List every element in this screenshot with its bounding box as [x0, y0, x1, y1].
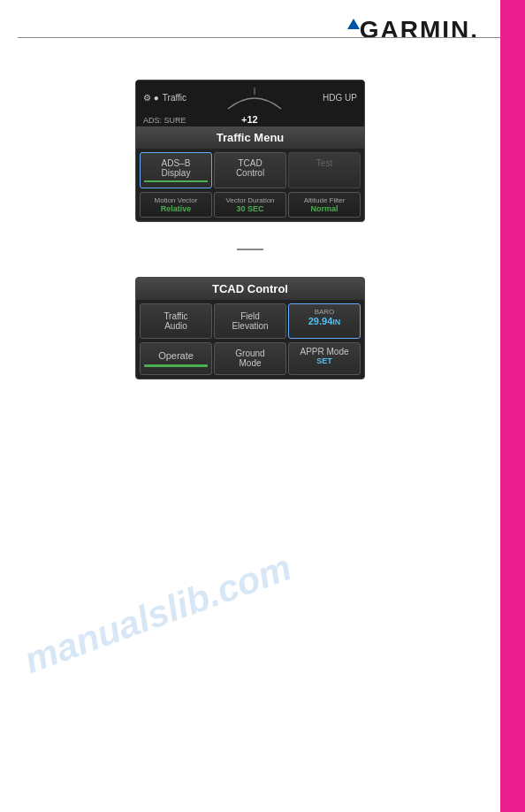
- bearing-value: +12: [241, 114, 258, 125]
- tcad-control-button[interactable]: TCADControl: [214, 152, 286, 188]
- panel-divider: [237, 249, 263, 250]
- traffic-menu-title: Traffic Menu: [136, 126, 364, 149]
- traffic-audio-label: TrafficAudio: [144, 311, 208, 331]
- traffic-audio-button[interactable]: TrafficAudio: [140, 303, 212, 339]
- baro-button[interactable]: BARO 29.94IN: [288, 303, 361, 339]
- header-divider: [18, 37, 500, 38]
- altitude-filter-value: Normal: [291, 204, 358, 213]
- test-label: Test: [293, 158, 356, 168]
- ads-b-display-button[interactable]: ADS–BDisplay: [140, 152, 212, 188]
- traffic-header-bar: ⚙ ● Traffic HDG UP: [136, 80, 364, 114]
- motion-row: Motion Vector Relative Vector Duration 3…: [136, 192, 364, 221]
- field-elevation-label: FieldElevation: [218, 311, 282, 331]
- traffic-label: ⚙ ● Traffic: [143, 93, 186, 103]
- operate-button[interactable]: Operate: [140, 342, 212, 375]
- brand-name: GARMIN: [360, 16, 471, 44]
- compass-arc-icon: [219, 86, 290, 111]
- appr-mode-label: APPR Mode: [293, 347, 356, 356]
- ads-b-label: ADS–BDisplay: [144, 158, 208, 178]
- altitude-filter-label: Altitude Filter: [291, 196, 358, 204]
- tcad-control-title: TCAD Control: [136, 278, 364, 300]
- test-button[interactable]: Test: [288, 152, 361, 188]
- header: GARMIN.: [0, 16, 500, 44]
- altitude-filter-item: Altitude Filter Normal: [288, 192, 361, 218]
- operate-active-indicator: [144, 364, 208, 367]
- motion-vector-item: Motion Vector Relative: [140, 192, 212, 218]
- hdg-up-label: HDG UP: [323, 93, 357, 103]
- sidebar-pink: [500, 0, 525, 812]
- traffic-icon: ⚙ ●: [143, 93, 159, 103]
- appr-mode-button[interactable]: APPR Mode SET: [288, 342, 361, 375]
- field-elevation-button[interactable]: FieldElevation: [214, 303, 286, 339]
- garmin-logo: GARMIN.: [346, 16, 479, 44]
- ads-label: ADS: SURE: [143, 116, 186, 125]
- appr-set-label: SET: [293, 356, 356, 365]
- main-content: ⚙ ● Traffic HDG UP ADS: SURE +12 Traffic…: [0, 53, 500, 812]
- baro-value: 29.94IN: [293, 316, 356, 326]
- brand-dot: .: [470, 16, 479, 44]
- motion-vector-label: Motion Vector: [142, 196, 209, 204]
- tcad-control-label: TCADControl: [218, 158, 282, 178]
- garmin-triangle-icon: [347, 19, 360, 29]
- traffic-header-text: Traffic: [163, 93, 186, 103]
- ground-mode-button[interactable]: GroundMode: [214, 342, 286, 375]
- baro-unit: IN: [332, 318, 340, 326]
- tcad-row-1: TrafficAudio FieldElevation BARO 29.94IN: [136, 300, 364, 341]
- vector-duration-item: Vector Duration 30 SEC: [214, 192, 286, 218]
- vector-duration-value: 30 SEC: [217, 204, 284, 213]
- ads-b-active-indicator: [144, 180, 208, 182]
- baro-label: BARO: [293, 308, 356, 316]
- operate-label: Operate: [144, 350, 208, 361]
- tcad-control-panel: TCAD Control TrafficAudio FieldElevation…: [135, 277, 365, 379]
- ground-mode-label: GroundMode: [218, 349, 282, 368]
- traffic-menu-buttons: ADS–BDisplay TCADControl Test: [136, 149, 364, 192]
- vector-duration-label: Vector Duration: [217, 196, 284, 204]
- tcad-row-2: Operate GroundMode APPR Mode SET: [136, 341, 364, 379]
- traffic-menu-panel: ⚙ ● Traffic HDG UP ADS: SURE +12 Traffic…: [135, 80, 365, 222]
- motion-vector-value: Relative: [142, 204, 209, 213]
- ads-bar: ADS: SURE +12: [136, 114, 364, 126]
